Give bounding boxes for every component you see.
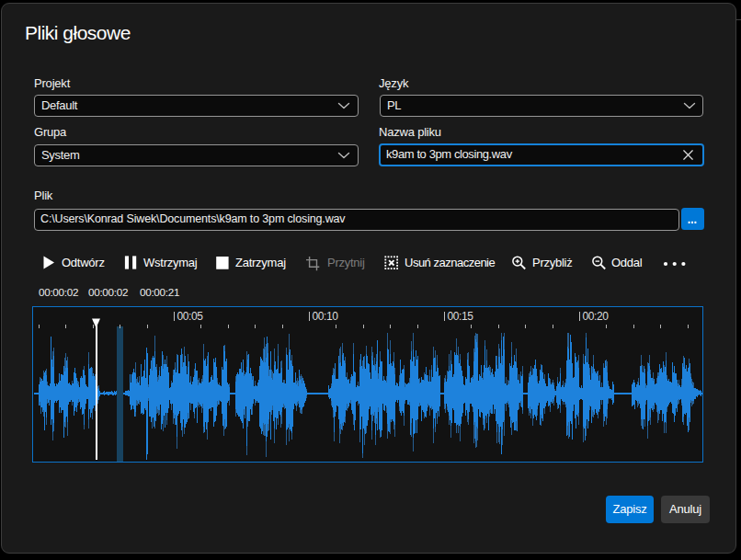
svg-text:00:20: 00:20	[583, 310, 610, 323]
svg-text:00:05: 00:05	[177, 310, 204, 323]
svg-text:00:15: 00:15	[448, 310, 474, 323]
svg-text:00:10: 00:10	[313, 310, 339, 323]
